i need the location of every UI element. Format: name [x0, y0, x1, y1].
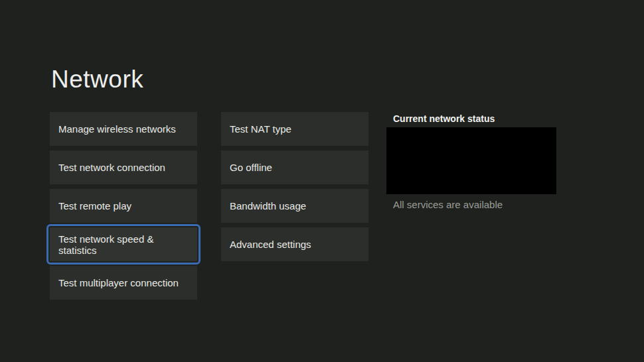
left-button-column: Manage wireless networks Test network co…	[50, 112, 197, 300]
button-test-network-connection[interactable]: Test network connection	[50, 151, 197, 184]
middle-button-column: Test NAT type Go offline Bandwidth usage…	[221, 112, 368, 261]
button-test-remote-play[interactable]: Test remote play	[50, 189, 197, 223]
status-heading: Current network status	[393, 114, 556, 123]
button-test-nat-type[interactable]: Test NAT type	[221, 112, 368, 146]
button-bandwidth-usage[interactable]: Bandwidth usage	[221, 189, 368, 223]
page-title: Network	[51, 67, 143, 91]
status-panel: Current network status All services are …	[386, 114, 556, 210]
button-test-network-speed-statistics[interactable]: Test network speed & statistics	[50, 227, 197, 261]
focus-ring: Test network speed & statistics	[46, 224, 201, 265]
network-settings-screen: Network Manage wireless networks Test ne…	[0, 0, 644, 362]
status-message: All services are available	[393, 200, 556, 210]
button-go-offline[interactable]: Go offline	[221, 151, 368, 184]
button-test-multiplayer-connection[interactable]: Test multiplayer connection	[50, 266, 197, 300]
button-advanced-settings[interactable]: Advanced settings	[221, 227, 368, 261]
network-status-display	[386, 127, 556, 194]
button-manage-wireless-networks[interactable]: Manage wireless networks	[50, 112, 197, 146]
